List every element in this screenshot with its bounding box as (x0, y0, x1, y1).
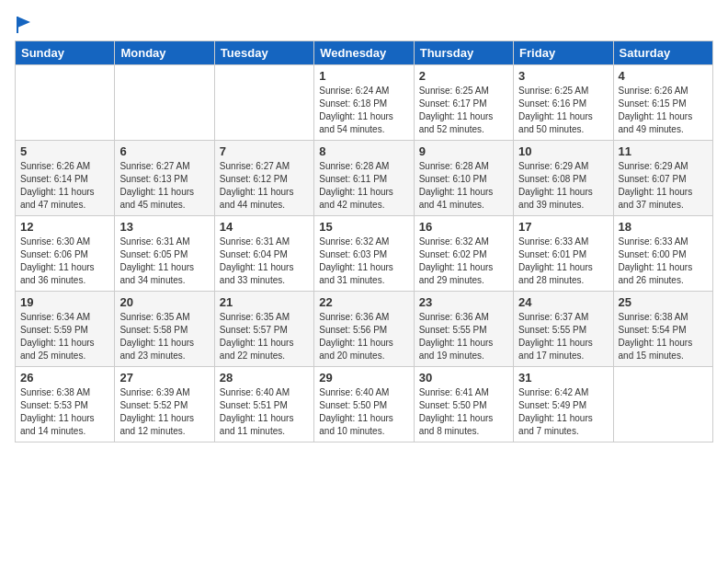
day-number: 22 (319, 295, 408, 309)
calendar-cell: 25Sunrise: 6:38 AM Sunset: 5:54 PM Dayli… (613, 292, 712, 367)
day-number: 5 (20, 144, 109, 158)
day-number: 14 (220, 220, 309, 234)
day-info: Sunrise: 6:36 AM Sunset: 5:56 PM Dayligh… (319, 311, 408, 362)
calendar-cell: 27Sunrise: 6:39 AM Sunset: 5:52 PM Dayli… (115, 367, 214, 442)
day-info: Sunrise: 6:26 AM Sunset: 6:14 PM Dayligh… (20, 160, 109, 212)
day-info: Sunrise: 6:33 AM Sunset: 6:00 PM Dayligh… (619, 236, 708, 287)
calendar-cell: 21Sunrise: 6:35 AM Sunset: 5:57 PM Dayli… (214, 292, 313, 367)
day-number: 12 (20, 220, 109, 234)
calendar-week-3: 12Sunrise: 6:30 AM Sunset: 6:06 PM Dayli… (16, 216, 713, 292)
day-info: Sunrise: 6:28 AM Sunset: 6:10 PM Dayligh… (419, 160, 508, 212)
calendar-cell: 15Sunrise: 6:32 AM Sunset: 6:03 PM Dayli… (314, 216, 414, 292)
calendar-cell: 31Sunrise: 6:42 AM Sunset: 5:49 PM Dayli… (514, 367, 613, 442)
day-number: 21 (220, 295, 309, 309)
day-number: 15 (319, 220, 408, 234)
day-number: 7 (220, 144, 309, 158)
day-number: 31 (518, 371, 608, 385)
calendar-cell: 23Sunrise: 6:36 AM Sunset: 5:55 PM Dayli… (414, 292, 513, 367)
calendar-cell: 13Sunrise: 6:31 AM Sunset: 6:05 PM Dayli… (115, 216, 214, 292)
day-info: Sunrise: 6:32 AM Sunset: 6:02 PM Dayligh… (419, 236, 508, 287)
calendar-cell: 2Sunrise: 6:25 AM Sunset: 6:17 PM Daylig… (414, 65, 513, 141)
day-info: Sunrise: 6:31 AM Sunset: 6:05 PM Dayligh… (119, 236, 209, 287)
day-info: Sunrise: 6:32 AM Sunset: 6:03 PM Dayligh… (319, 236, 408, 287)
day-info: Sunrise: 6:37 AM Sunset: 5:55 PM Dayligh… (518, 311, 608, 362)
calendar-cell (115, 65, 214, 141)
calendar-cell: 16Sunrise: 6:32 AM Sunset: 6:02 PM Dayli… (414, 216, 513, 292)
calendar-cell: 7Sunrise: 6:27 AM Sunset: 6:12 PM Daylig… (214, 141, 313, 216)
day-number: 28 (220, 371, 309, 385)
day-info: Sunrise: 6:40 AM Sunset: 5:51 PM Dayligh… (220, 386, 309, 438)
weekday-header-sunday: Sunday (16, 41, 115, 65)
day-number: 9 (419, 144, 508, 158)
day-number: 3 (518, 69, 608, 83)
calendar-cell: 5Sunrise: 6:26 AM Sunset: 6:14 PM Daylig… (16, 141, 115, 216)
weekday-header-tuesday: Tuesday (214, 41, 313, 65)
calendar-cell (613, 367, 712, 442)
svg-marker-0 (17, 17, 30, 28)
weekday-header-monday: Monday (115, 41, 214, 65)
calendar-cell: 1Sunrise: 6:24 AM Sunset: 6:18 PM Daylig… (314, 65, 414, 141)
weekday-header-friday: Friday (514, 41, 613, 65)
calendar-cell: 9Sunrise: 6:28 AM Sunset: 6:10 PM Daylig… (414, 141, 513, 216)
calendar-cell: 14Sunrise: 6:31 AM Sunset: 6:04 PM Dayli… (214, 216, 313, 292)
day-info: Sunrise: 6:36 AM Sunset: 5:55 PM Dayligh… (419, 311, 508, 362)
day-info: Sunrise: 6:41 AM Sunset: 5:50 PM Dayligh… (419, 386, 508, 438)
day-info: Sunrise: 6:30 AM Sunset: 6:06 PM Dayligh… (20, 236, 109, 287)
calendar-week-5: 26Sunrise: 6:38 AM Sunset: 5:53 PM Dayli… (16, 367, 713, 442)
calendar: SundayMondayTuesdayWednesdayThursdayFrid… (15, 40, 713, 442)
calendar-cell: 4Sunrise: 6:26 AM Sunset: 6:15 PM Daylig… (613, 65, 712, 141)
day-number: 19 (20, 295, 109, 309)
day-info: Sunrise: 6:24 AM Sunset: 6:18 PM Dayligh… (319, 85, 408, 136)
calendar-cell: 12Sunrise: 6:30 AM Sunset: 6:06 PM Dayli… (16, 216, 115, 292)
calendar-cell: 6Sunrise: 6:27 AM Sunset: 6:13 PM Daylig… (115, 141, 214, 216)
weekday-header-wednesday: Wednesday (314, 41, 414, 65)
calendar-week-4: 19Sunrise: 6:34 AM Sunset: 5:59 PM Dayli… (16, 292, 713, 367)
calendar-cell: 19Sunrise: 6:34 AM Sunset: 5:59 PM Dayli… (16, 292, 115, 367)
day-number: 18 (619, 220, 708, 234)
day-number: 10 (518, 144, 608, 158)
calendar-cell: 3Sunrise: 6:25 AM Sunset: 6:16 PM Daylig… (514, 65, 613, 141)
day-number: 29 (319, 371, 408, 385)
day-info: Sunrise: 6:27 AM Sunset: 6:12 PM Dayligh… (220, 160, 309, 212)
day-number: 27 (119, 371, 209, 385)
logo (15, 15, 32, 31)
weekday-header-thursday: Thursday (414, 41, 513, 65)
day-number: 11 (619, 144, 708, 158)
calendar-cell: 22Sunrise: 6:36 AM Sunset: 5:56 PM Dayli… (314, 292, 414, 367)
day-number: 6 (119, 144, 209, 158)
calendar-cell: 11Sunrise: 6:29 AM Sunset: 6:07 PM Dayli… (613, 141, 712, 216)
day-number: 20 (119, 295, 209, 309)
calendar-cell: 28Sunrise: 6:40 AM Sunset: 5:51 PM Dayli… (214, 367, 313, 442)
day-number: 26 (20, 371, 109, 385)
calendar-week-1: 1Sunrise: 6:24 AM Sunset: 6:18 PM Daylig… (16, 65, 713, 141)
day-info: Sunrise: 6:29 AM Sunset: 6:08 PM Dayligh… (518, 160, 608, 212)
day-number: 13 (119, 220, 209, 234)
day-info: Sunrise: 6:25 AM Sunset: 6:17 PM Dayligh… (419, 85, 508, 136)
day-number: 17 (518, 220, 608, 234)
calendar-cell: 17Sunrise: 6:33 AM Sunset: 6:01 PM Dayli… (514, 216, 613, 292)
day-info: Sunrise: 6:40 AM Sunset: 5:50 PM Dayligh… (319, 386, 408, 438)
day-info: Sunrise: 6:39 AM Sunset: 5:52 PM Dayligh… (119, 386, 209, 438)
day-number: 4 (619, 69, 708, 83)
day-info: Sunrise: 6:27 AM Sunset: 6:13 PM Dayligh… (119, 160, 209, 212)
calendar-week-2: 5Sunrise: 6:26 AM Sunset: 6:14 PM Daylig… (16, 141, 713, 216)
day-info: Sunrise: 6:34 AM Sunset: 5:59 PM Dayligh… (20, 311, 109, 362)
day-number: 24 (518, 295, 608, 309)
day-info: Sunrise: 6:29 AM Sunset: 6:07 PM Dayligh… (619, 160, 708, 212)
calendar-cell: 24Sunrise: 6:37 AM Sunset: 5:55 PM Dayli… (514, 292, 613, 367)
day-number: 8 (319, 144, 408, 158)
day-number: 1 (319, 69, 408, 83)
day-number: 30 (419, 371, 508, 385)
calendar-cell: 10Sunrise: 6:29 AM Sunset: 6:08 PM Dayli… (514, 141, 613, 216)
day-info: Sunrise: 6:35 AM Sunset: 5:58 PM Dayligh… (119, 311, 209, 362)
day-info: Sunrise: 6:33 AM Sunset: 6:01 PM Dayligh… (518, 236, 608, 287)
day-number: 25 (619, 295, 708, 309)
day-info: Sunrise: 6:26 AM Sunset: 6:15 PM Dayligh… (619, 85, 708, 136)
calendar-cell: 29Sunrise: 6:40 AM Sunset: 5:50 PM Dayli… (314, 367, 414, 442)
calendar-cell (16, 65, 115, 141)
day-number: 23 (419, 295, 508, 309)
day-info: Sunrise: 6:38 AM Sunset: 5:53 PM Dayligh… (20, 386, 109, 438)
calendar-cell (214, 65, 313, 141)
calendar-cell: 18Sunrise: 6:33 AM Sunset: 6:00 PM Dayli… (613, 216, 712, 292)
logo-flag-icon (16, 15, 32, 35)
